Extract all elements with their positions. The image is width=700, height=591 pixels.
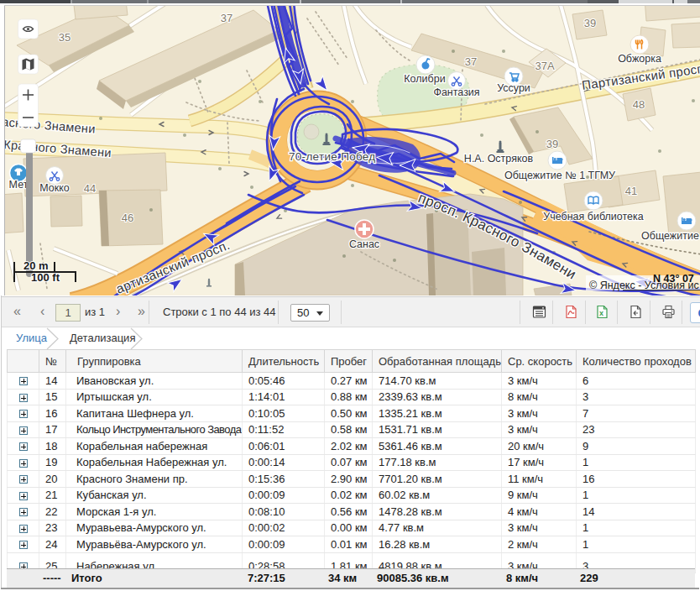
svg-text:Фантазия: Фантазия [433, 86, 479, 98]
svg-text:37: 37 [221, 12, 232, 24]
svg-text:Н.А. Остряков: Н.А. Остряков [464, 153, 534, 165]
svg-text:Общежитие № 1 ТГМУ: Общежитие № 1 ТГМУ [504, 170, 615, 181]
svg-text:Санас: Санас [349, 238, 379, 250]
svg-text:37А: 37А [535, 60, 554, 72]
svg-text:Обжорка: Обжорка [618, 53, 661, 65]
svg-text:20 m: 20 m [24, 259, 49, 272]
svg-text:Учебная библиотека: Учебная библиотека [543, 211, 643, 222]
svg-text:Уссури: Уссури [497, 82, 530, 94]
svg-text:39: 39 [584, 17, 596, 29]
svg-text:46: 46 [122, 212, 133, 224]
svg-text:37: 37 [465, 55, 477, 68]
svg-text:100 ft: 100 ft [31, 271, 60, 284]
svg-text:Мет: Мет [9, 179, 29, 191]
svg-text:70-летие Побед: 70-летие Побед [289, 150, 376, 163]
svg-text:Колибри: Колибри [404, 73, 445, 85]
svg-text:Мокко: Мокко [39, 182, 70, 194]
svg-text:48: 48 [633, 98, 645, 111]
svg-text:39: 39 [546, 138, 558, 150]
svg-text:35: 35 [59, 31, 71, 44]
svg-text:© Яндекс - Условия ис: © Яндекс - Условия ис [589, 280, 699, 291]
svg-text:41: 41 [625, 185, 637, 197]
svg-text:Общежитие № 2: Общежитие № 2 [641, 230, 700, 242]
svg-text:x: x [599, 309, 603, 317]
svg-text:44: 44 [84, 182, 96, 195]
